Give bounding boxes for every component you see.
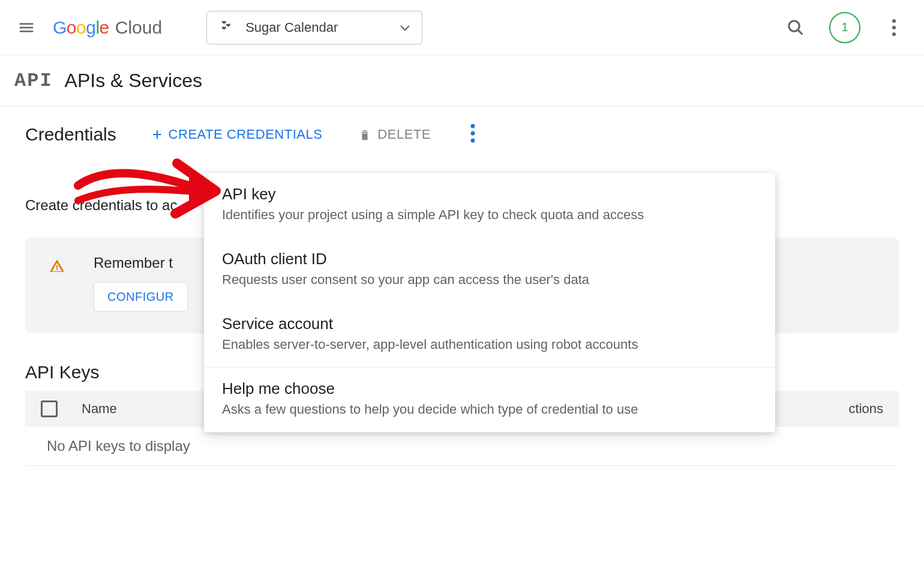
project-name: Sugar Calendar bbox=[245, 20, 389, 35]
menu-icon[interactable] bbox=[12, 13, 41, 42]
caret-down-icon bbox=[400, 20, 410, 34]
svg-point-3 bbox=[892, 26, 896, 29]
svg-line-1 bbox=[798, 30, 802, 34]
svg-point-6 bbox=[470, 131, 475, 136]
dropdown-item-service-account[interactable]: Service account Enables server-to-server… bbox=[204, 303, 775, 367]
plus-icon: + bbox=[152, 125, 163, 144]
action-bar: Credentials + CREATE CREDENTIALS DELETE bbox=[0, 107, 924, 162]
top-header: Google Cloud Sugar Calendar 1 bbox=[0, 0, 924, 55]
page-title: Credentials bbox=[25, 124, 116, 145]
warning-icon bbox=[49, 258, 65, 278]
dropdown-item-title: Help me choose bbox=[222, 379, 757, 398]
configure-consent-button[interactable]: CONFIGUR bbox=[94, 282, 188, 312]
alert-text: Remember t bbox=[94, 255, 188, 271]
svg-point-7 bbox=[470, 139, 475, 143]
dropdown-item-oauth[interactable]: OAuth client ID Requests user consent so… bbox=[204, 238, 775, 303]
svg-point-5 bbox=[470, 124, 475, 128]
free-trial-badge[interactable]: 1 bbox=[829, 12, 860, 43]
logo-cloud-text: Cloud bbox=[115, 17, 162, 38]
alert-content: Remember t CONFIGUR bbox=[94, 255, 188, 312]
dropdown-item-api-key[interactable]: API key Identifies your project using a … bbox=[204, 173, 775, 238]
section-header: API APIs & Services bbox=[0, 55, 924, 107]
dropdown-item-help-choose[interactable]: Help me choose Asks a few questions to h… bbox=[204, 367, 775, 432]
dropdown-item-desc: Enables server-to-server, app-level auth… bbox=[222, 336, 757, 354]
trial-badge-count: 1 bbox=[841, 20, 848, 34]
section-title: APIs & Services bbox=[65, 70, 202, 92]
dropdown-item-title: OAuth client ID bbox=[222, 250, 757, 268]
more-actions-icon[interactable] bbox=[467, 120, 479, 149]
delete-button[interactable]: DELETE bbox=[358, 127, 431, 142]
create-credentials-label: CREATE CREDENTIALS bbox=[169, 127, 323, 142]
svg-point-2 bbox=[892, 19, 896, 23]
dropdown-item-desc: Requests user consent so your app can ac… bbox=[222, 271, 757, 289]
delete-label: DELETE bbox=[377, 127, 431, 142]
more-icon[interactable] bbox=[881, 14, 907, 41]
search-icon[interactable] bbox=[782, 14, 809, 41]
project-hex-icon bbox=[219, 20, 235, 35]
dropdown-item-desc: Asks a few questions to help you decide … bbox=[222, 400, 757, 419]
svg-point-0 bbox=[789, 20, 800, 31]
api-icon: API bbox=[14, 70, 53, 92]
google-cloud-logo[interactable]: Google Cloud bbox=[53, 17, 162, 38]
dropdown-item-title: API key bbox=[222, 185, 757, 204]
create-credentials-dropdown: API key Identifies your project using a … bbox=[204, 173, 775, 432]
create-credentials-button[interactable]: + CREATE CREDENTIALS bbox=[152, 125, 323, 144]
trash-icon bbox=[358, 128, 371, 141]
dropdown-item-title: Service account bbox=[222, 315, 757, 333]
logo-google-text: Google bbox=[53, 17, 109, 38]
column-name: Name bbox=[82, 401, 117, 417]
svg-point-4 bbox=[892, 32, 896, 36]
select-all-checkbox[interactable] bbox=[41, 400, 58, 417]
column-actions: ctions bbox=[849, 401, 883, 417]
configure-consent-label: CONFIGUR bbox=[107, 290, 174, 303]
api-keys-empty: No API keys to display bbox=[25, 427, 899, 466]
project-selector[interactable]: Sugar Calendar bbox=[206, 11, 422, 44]
header-right: 1 bbox=[782, 12, 912, 43]
dropdown-item-desc: Identifies your project using a simple A… bbox=[222, 206, 757, 225]
